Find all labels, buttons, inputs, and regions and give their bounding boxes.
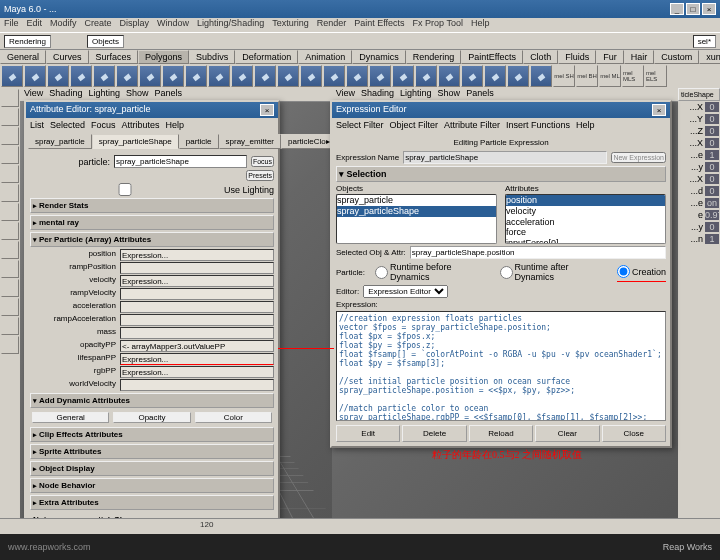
selection-section[interactable]: ▾ Selection [336,166,666,182]
shelf-tab[interactable]: Curves [46,50,89,64]
ae-menu-item[interactable]: Focus [91,120,116,130]
menu-fx prop tool[interactable]: Fx Prop Tool [413,18,463,32]
shelf-tab[interactable]: Animation [298,50,352,64]
shelf-tab[interactable]: PaintEffects [461,50,523,64]
shelf-tab[interactable]: Fur [596,50,624,64]
tool-icon[interactable] [1,222,19,240]
close-icon[interactable]: × [702,3,716,15]
shelf-icon[interactable]: ◆ [208,65,230,87]
shelf-icon[interactable]: ◆ [277,65,299,87]
shelf-tab[interactable]: Custom [654,50,699,64]
presets-button[interactable]: Presets [246,170,274,181]
shelf-tab[interactable]: xun [699,50,720,64]
tool-icon[interactable] [1,165,19,183]
menu-lighting/shading[interactable]: Lighting/Shading [197,18,264,32]
selected-obj-field[interactable] [410,246,666,259]
shelf-icon[interactable]: ◆ [346,65,368,87]
particle-name-field[interactable] [114,155,247,168]
section-add-dynamic[interactable]: Add Dynamic Attributes [30,393,274,408]
shelf-tab[interactable]: Surfaces [89,50,139,64]
focus-button[interactable]: Focus [251,156,274,167]
pp-field-rampPosition[interactable] [120,262,274,274]
ee-menu-item[interactable]: Insert Functions [506,120,570,130]
ae-tab[interactable]: spray_particle [28,134,92,149]
shelf-mel-icon[interactable]: mel ML [599,65,621,87]
maximize-icon[interactable]: □ [686,3,700,15]
tool-icon[interactable] [1,108,19,126]
objects-list[interactable]: spray_particlespray_particleShape [336,194,497,244]
minimize-icon[interactable]: _ [670,3,684,15]
ae-tab[interactable]: particle [179,134,219,149]
shelf-tab[interactable]: Hair [624,50,655,64]
section-sprite[interactable]: Sprite Attributes [30,444,274,459]
tool-icon[interactable] [1,146,19,164]
time-slider[interactable]: 120 [0,518,720,534]
shelf-icon[interactable]: ◆ [369,65,391,87]
expression-editor-window[interactable]: Expression Editor × Select FilterObject … [330,100,672,448]
tool-icon[interactable] [1,279,19,297]
expr-name-field[interactable] [403,151,607,164]
section-object-display[interactable]: Object Display [30,461,274,476]
pp-field-mass[interactable] [120,327,274,339]
shelf-icon[interactable]: ◆ [461,65,483,87]
ae-menu-item[interactable]: Selected [50,120,85,130]
close-icon[interactable]: × [652,104,666,116]
ae-tab[interactable]: spray_particleShape [92,134,179,149]
ae-menu-item[interactable]: List [30,120,44,130]
use-lighting-checkbox[interactable] [30,183,220,196]
shelf-tab[interactable]: Dynamics [352,50,406,64]
pp-field-position[interactable]: Expression... [120,249,274,261]
attribute-editor-window[interactable]: Attribute Editor: spray_particle × ListS… [24,100,280,560]
shelf-mel-icon[interactable]: mel SH [553,65,575,87]
menu-modify[interactable]: Modify [50,18,77,32]
shelf-tab[interactable]: Cloth [523,50,558,64]
ae-tab[interactable]: spray_emitter [219,134,281,149]
shelf-icon[interactable]: ◆ [300,65,322,87]
expression-textarea[interactable]: //creation expression floats particles v… [336,311,666,421]
menu-render[interactable]: Render [317,18,347,32]
ee-button-delete[interactable]: Delete [402,425,466,442]
pp-field-opacityPP[interactable]: <- arrayMapper3.outValuePP [120,340,274,352]
shelf-icon[interactable]: ◆ [1,65,23,87]
menu-help[interactable]: Help [471,18,490,32]
tool-icon[interactable] [1,317,19,335]
section-render-stats[interactable]: Render Stats [30,198,274,213]
shelf-icon[interactable]: ◆ [185,65,207,87]
channel-box[interactable]: ticleShape...X0...Y0...Z0...X0...e1...y0… [678,88,720,518]
dyn-button[interactable]: Color [195,412,272,423]
tool-icon[interactable] [1,203,19,221]
shelf-mel-icon[interactable]: mel BH [576,65,598,87]
dyn-button[interactable]: General [32,412,109,423]
ee-menu-item[interactable]: Attribute Filter [444,120,500,130]
section-per-particle[interactable]: Per Particle (Array) Attributes [30,232,274,247]
radio-after[interactable]: Runtime after Dynamics [500,262,607,282]
section-extra[interactable]: Extra Attributes [30,495,274,510]
pp-field-worldVelocity[interactable] [120,379,274,391]
tool-icon[interactable] [1,336,19,354]
menu-paint effects[interactable]: Paint Effects [354,18,404,32]
ee-button-edit[interactable]: Edit [336,425,400,442]
shelf-icon[interactable]: ◆ [323,65,345,87]
pp-field-rgbPP[interactable]: Expression... [120,366,274,378]
new-expression-button[interactable]: New Expression [611,152,666,163]
objects-dropdown[interactable]: Objects [87,35,124,48]
shelf-icon[interactable]: ◆ [254,65,276,87]
attrs-list[interactable]: positionvelocityaccelerationforceinputFo… [505,194,666,244]
pp-field-acceleration[interactable] [120,301,274,313]
ee-menu-item[interactable]: Help [576,120,595,130]
shelf-icon[interactable]: ◆ [93,65,115,87]
ae-menu-item[interactable]: Attributes [122,120,160,130]
shelf-icon[interactable]: ◆ [507,65,529,87]
tool-icon[interactable] [1,241,19,259]
shelf-mel-icon[interactable]: mel MLS [622,65,644,87]
menu-texturing[interactable]: Texturing [272,18,309,32]
close-icon[interactable]: × [260,104,274,116]
pp-field-lifespanPP[interactable]: Expression... [120,353,274,365]
ae-menu-item[interactable]: Help [166,120,185,130]
section-clip-effects[interactable]: Clip Effects Attributes [30,427,274,442]
shelf-icon[interactable]: ◆ [162,65,184,87]
shelf-icon[interactable]: ◆ [116,65,138,87]
mode-dropdown[interactable]: Rendering [4,35,51,48]
section-node-behavior[interactable]: Node Behavior [30,478,274,493]
dyn-button[interactable]: Opacity [113,412,190,423]
